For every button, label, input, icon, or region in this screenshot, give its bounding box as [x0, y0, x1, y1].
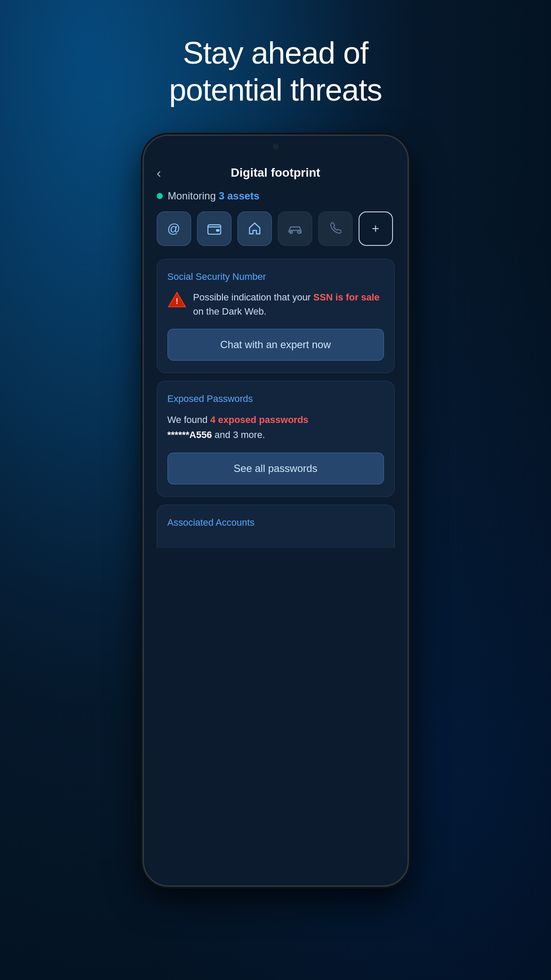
ssn-card: Social Security Number ! Possible indica… [157, 259, 395, 373]
monitoring-text: Monitoring 3 assets [168, 190, 259, 202]
phone-camera [272, 143, 280, 150]
add-asset-button[interactable]: + [359, 211, 393, 246]
accounts-card: Associated Accounts [157, 505, 395, 548]
home-asset-button[interactable] [237, 211, 272, 246]
ssn-highlight: SSN is for sale [314, 292, 380, 303]
passwords-description: We found 4 exposed passwords ******A556 … [167, 412, 384, 442]
phone-frame: ‹ Digital footprint Monitoring 3 assets … [143, 135, 409, 887]
ssn-alert-text: Possible indication that your SSN is for… [193, 290, 384, 318]
monitoring-dot [157, 193, 163, 199]
wallet-asset-button[interactable] [197, 211, 231, 246]
passwords-card: Exposed Passwords We found 4 exposed pas… [157, 381, 395, 497]
password-masked: ******A556 [167, 429, 212, 440]
screen-title: Digital footprint [231, 166, 320, 180]
exposed-count: 4 exposed passwords [210, 414, 308, 425]
asset-icon-row: @ [157, 211, 395, 246]
phone-notch [144, 136, 408, 157]
svg-point-3 [298, 231, 300, 233]
assets-count: 3 assets [219, 190, 259, 202]
passwords-card-title: Exposed Passwords [167, 393, 384, 404]
accounts-card-title: Associated Accounts [167, 517, 384, 528]
warning-icon: ! [167, 291, 186, 308]
svg-text:!: ! [176, 297, 178, 306]
car-asset-button[interactable] [278, 211, 312, 246]
page-headline: Stay ahead of potential threats [169, 34, 382, 109]
back-button[interactable]: ‹ [157, 166, 161, 180]
ssn-alert-row: ! Possible indication that your SSN is f… [167, 290, 384, 318]
monitoring-row: Monitoring 3 assets [157, 190, 395, 202]
screen-header: ‹ Digital footprint [157, 157, 395, 190]
svg-rect-1 [216, 229, 219, 232]
ssn-card-title: Social Security Number [167, 271, 384, 282]
phone-asset-button[interactable] [318, 211, 353, 246]
chat-expert-button[interactable]: Chat with an expert now [167, 329, 384, 361]
email-asset-button[interactable]: @ [157, 211, 191, 246]
see-all-passwords-button[interactable]: See all passwords [167, 453, 384, 484]
